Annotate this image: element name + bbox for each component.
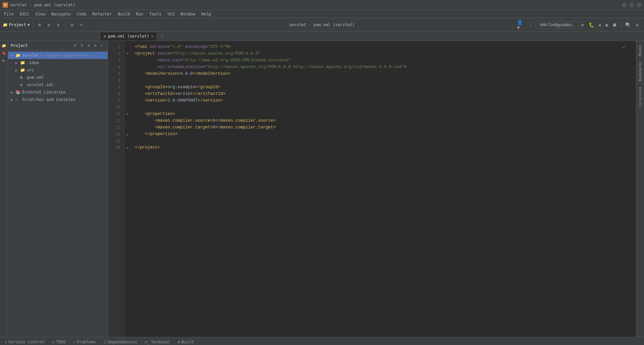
fold-marker-13: [125, 124, 129, 131]
tree-item-label-src: src: [27, 68, 34, 72]
line-num-2: 2: [108, 50, 120, 57]
editor-area[interactable]: 1 2 3 4 5 6 7 8 9 10 11 12 13 14 15 16 ▼: [108, 41, 636, 337]
vc-label: Version Control: [8, 340, 45, 344]
menu-file[interactable]: File: [1, 11, 16, 17]
menu-build[interactable]: Build: [115, 11, 132, 17]
menu-tools[interactable]: Tools: [147, 11, 164, 17]
line-num-6: 6: [108, 77, 120, 84]
tree-item-iml[interactable]: ◈ servlet.iml: [8, 81, 108, 89]
toolbar-settings-btn[interactable]: ⚙: [68, 21, 76, 29]
account-btn[interactable]: 👤▼: [517, 21, 525, 29]
sidebar-maven-btn[interactable]: Maven: [637, 42, 644, 59]
problems-label: Problems: [77, 340, 96, 344]
fold-marker-16[interactable]: ▲: [125, 144, 129, 151]
main-layout: 📁 🔖 ▶ Project ⊕ ≡ ⇅ ⚙ × ▼ 📁 servlet E:\o…: [0, 41, 644, 337]
line-num-11: 11: [108, 111, 120, 117]
todo-label: TODO: [56, 340, 66, 344]
menu-vcs[interactable]: VCS: [165, 11, 177, 17]
tree-item-label-idea: .idea: [27, 60, 39, 65]
file-tree-collapse-btn[interactable]: ≡: [79, 43, 85, 49]
toolbar-close-panel-btn[interactable]: ×: [77, 21, 86, 29]
toolbar-scope-btn[interactable]: ⊕: [36, 21, 44, 29]
title-bar-left: ♦ servlet - pom.xml (servlet): [3, 2, 75, 8]
editor-validation-icon: ✓: [623, 44, 626, 50]
toolbar-separator-3: [621, 21, 621, 29]
file-tree-close-btn[interactable]: ×: [99, 43, 105, 49]
line-num-3: 3: [108, 57, 120, 64]
fold-marker-8: [125, 91, 129, 97]
stop-button[interactable]: ⏹: [611, 22, 618, 27]
todo-icon: ☑: [52, 340, 55, 344]
fold-marker-2[interactable]: ▼: [125, 50, 129, 57]
project-selector[interactable]: 📁 Project ▼: [3, 22, 30, 27]
menu-edit[interactable]: Edit: [17, 11, 32, 17]
menu-navigate[interactable]: Navigate: [49, 11, 73, 17]
problems-icon: ⚠: [73, 340, 75, 344]
toolbar-separator-1: [33, 21, 33, 29]
toolbar-sort-btn[interactable]: ⇅: [54, 21, 62, 29]
toolbar-separator-2: [65, 21, 65, 29]
fold-marker-11[interactable]: ▼: [125, 111, 129, 117]
build-label: Build: [181, 340, 194, 344]
menu-run[interactable]: Run: [133, 11, 146, 17]
menu-window[interactable]: Window: [178, 11, 198, 17]
bottom-tab-build[interactable]: ⚙ Build: [174, 339, 197, 345]
close-button[interactable]: ×: [637, 3, 641, 7]
project-label: Project: [9, 22, 26, 27]
menu-code[interactable]: Code: [74, 11, 89, 17]
coverage-button[interactable]: ◈: [597, 22, 602, 27]
code-editor[interactable]: <?xml version="1.0" encoding="UTF-8"?> <…: [129, 41, 636, 337]
tree-item-scratches[interactable]: ▶ ✏ Scratches and Consoles: [8, 96, 108, 103]
file-tree-header: Project ⊕ ≡ ⇅ ⚙ ×: [8, 41, 108, 50]
debug-button[interactable]: 🐛: [587, 22, 596, 27]
bottom-tab-dependencies[interactable]: ⬡ Dependencies: [100, 339, 141, 345]
tree-item-idea[interactable]: ▶ 📁 .idea: [8, 59, 108, 66]
folder-icon-idea: 📁: [20, 60, 25, 65]
tree-item-ext-libs[interactable]: ▶ 📚 External Libraries: [8, 89, 108, 96]
arrow-extlibs-icon: ▶: [11, 91, 15, 94]
sidebar-run-icon[interactable]: ▶: [1, 57, 7, 64]
fold-gutter: ▼ ▼ ▲ ▲: [125, 41, 129, 337]
menu-bar: File Edit View Navigate Code Refactor Bu…: [0, 10, 644, 18]
tab-close-btn[interactable]: ×: [151, 34, 153, 39]
menu-view[interactable]: View: [33, 11, 48, 17]
toolbar-collapse-btn[interactable]: ≡: [45, 21, 53, 29]
menu-help[interactable]: Help: [199, 11, 214, 17]
tree-item-servlet-root[interactable]: ▼ 📁 servlet E:\online_code\servlet: [8, 52, 108, 59]
profile-button[interactable]: ◉: [604, 22, 609, 27]
file-tree-settings-btn[interactable]: ⚙: [92, 43, 98, 49]
vc-icon: ↕: [5, 340, 7, 344]
menu-refactor[interactable]: Refactor: [90, 11, 114, 17]
sidebar-project-icon[interactable]: 📁: [1, 42, 7, 49]
vcs-btn[interactable]: ✓: [526, 21, 534, 29]
bottom-tab-terminal[interactable]: >_ Terminal: [141, 339, 173, 345]
sidebar-bookmark-icon[interactable]: 🔖: [1, 50, 7, 56]
tab-pom-xml[interactable]: m pom.xml (servlet) ×: [100, 32, 157, 41]
line-num-8: 8: [108, 91, 120, 97]
line-num-16: 16: [108, 144, 120, 151]
sidebar-structure-btn[interactable]: Structure: [637, 84, 644, 110]
tab-more-btn[interactable]: ⋮: [158, 33, 166, 41]
tree-item-label-pom: pom.xml: [27, 75, 44, 80]
search-everywhere-btn[interactable]: 🔍: [624, 21, 632, 29]
tab-bar: m pom.xml (servlet) × ⋮: [0, 32, 644, 41]
tree-item-pom-xml[interactable]: m pom.xml: [8, 74, 108, 81]
line-num-10: 10: [108, 104, 120, 111]
minimize-button[interactable]: −: [622, 3, 627, 7]
bottom-tab-problems[interactable]: ⚠ Problems: [70, 339, 100, 345]
fold-marker-14[interactable]: ▲: [125, 131, 129, 137]
bottom-tab-todo[interactable]: ☑ TODO: [49, 339, 69, 345]
add-configuration-button[interactable]: Add Configuration...: [536, 21, 579, 28]
file-tree-locate-btn[interactable]: ⊕: [72, 43, 78, 49]
run-button[interactable]: ▶: [580, 21, 586, 28]
sidebar-bookmarks-btn[interactable]: Bookmarks: [637, 59, 644, 84]
tree-item-src[interactable]: ▶ 📁 src: [8, 66, 108, 74]
maximize-button[interactable]: □: [629, 3, 634, 7]
extlibs-icon: 📚: [15, 90, 21, 95]
file-tree-sort-btn[interactable]: ⇅: [86, 43, 92, 49]
settings-btn[interactable]: ⚙: [633, 21, 641, 29]
bottom-tab-version-control[interactable]: ↕ Version Control: [1, 339, 48, 345]
iml-file-icon: ◈: [20, 82, 25, 87]
tree-item-label-extlibs: External Libraries: [22, 90, 66, 95]
file-tree-panel: Project ⊕ ≡ ⇅ ⚙ × ▼ 📁 servlet E:\online_…: [8, 41, 108, 337]
